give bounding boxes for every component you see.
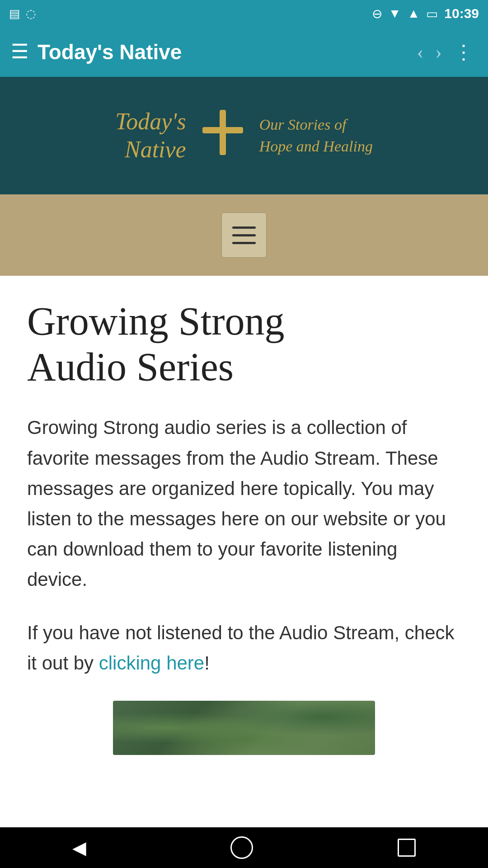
dnd-icon: ⊖: [372, 6, 382, 21]
cross-icon: [202, 110, 243, 162]
clicking-here-link[interactable]: clicking here: [99, 652, 204, 674]
hero-banner: Today's Native: [0, 77, 488, 194]
sync-icon: ◌: [26, 7, 36, 21]
svg-rect-1: [202, 127, 243, 133]
menu-line-3: [232, 242, 256, 244]
secondary-text-pre: If you have not listened to the Audio St…: [27, 622, 455, 674]
hero-subtitle: Our Stories of Hope and Healing: [259, 114, 373, 157]
system-home-button[interactable]: [230, 836, 253, 859]
app-bar: ☰ Today's Native ‹ › ⋮: [0, 27, 488, 77]
back-navigation-arrow[interactable]: ‹: [413, 37, 427, 67]
more-options-icon[interactable]: ⋮: [450, 37, 477, 67]
page-title: Growing StrongAudio Series: [27, 298, 461, 390]
battery-icon: ▭: [426, 6, 438, 21]
status-bar: ▤ ◌ ⊖ ▼ ▲ ▭ 10:39: [0, 0, 488, 27]
bottom-image: [113, 701, 375, 755]
hero-title: Today's Native: [115, 108, 186, 164]
description-paragraph: Growing Strong audio series is a collect…: [27, 412, 461, 594]
system-nav-bar: ◀: [0, 827, 488, 868]
system-recent-button[interactable]: [398, 839, 416, 857]
menu-line-1: [232, 226, 256, 229]
content-menu-button[interactable]: [221, 212, 267, 258]
status-bar-right: ⊖ ▼ ▲ ▭ 10:39: [372, 6, 479, 21]
hero-text-left: Today's Native: [115, 108, 186, 164]
system-back-button[interactable]: ◀: [72, 837, 86, 859]
tan-nav-bar: [0, 194, 488, 276]
hero-text-right: Our Stories of Hope and Healing: [259, 114, 373, 157]
status-time: 10:39: [444, 6, 479, 21]
menu-line-2: [232, 234, 256, 236]
app-title: Today's Native: [38, 40, 404, 64]
secondary-text-post: !: [204, 652, 210, 674]
hero-content: Today's Native: [115, 108, 373, 164]
app-bar-actions: ‹ › ⋮: [413, 37, 477, 67]
hamburger-menu-icon[interactable]: ☰: [11, 42, 28, 62]
status-bar-left: ▤ ◌: [9, 7, 36, 21]
secondary-paragraph: If you have not listened to the Audio St…: [27, 618, 461, 678]
wifi-icon: ▼: [389, 6, 401, 21]
forward-navigation-arrow[interactable]: ›: [432, 37, 446, 67]
signal-icon: ▲: [408, 6, 420, 21]
sim-icon: ▤: [9, 7, 20, 21]
main-content: Growing StrongAudio Series Growing Stron…: [0, 276, 488, 778]
